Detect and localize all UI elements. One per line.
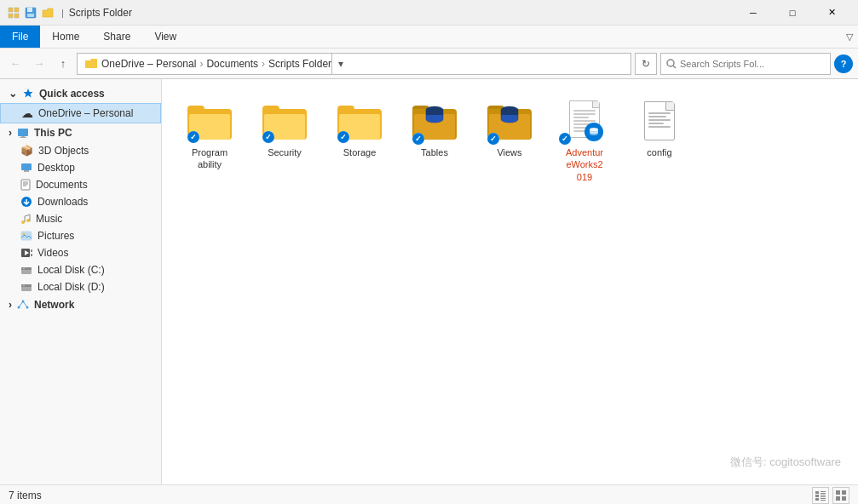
svg-rect-21: [21, 232, 32, 240]
sidebar-item-3d-objects[interactable]: 📦 3D Objects: [0, 142, 161, 159]
breadcrumb-part-3[interactable]: Scripts Folder: [268, 58, 331, 70]
this-pc-label: This PC: [34, 127, 72, 139]
svg-rect-48: [821, 496, 826, 497]
back-button[interactable]: ←: [5, 54, 26, 74]
qat-icon-1[interactable]: [7, 6, 20, 20]
breadcrumb: OneDrive – Personal › Documents › Script…: [101, 58, 331, 70]
desktop-icon: [20, 163, 32, 173]
file-item-config[interactable]: config: [625, 93, 694, 187]
3d-objects-icon: 📦: [20, 145, 33, 157]
file-label-tables: Tables: [421, 146, 448, 158]
sidebar-item-desktop[interactable]: Desktop: [0, 159, 161, 176]
svg-rect-47: [821, 495, 826, 495]
svg-point-41: [501, 116, 518, 123]
pictures-icon: [20, 231, 32, 241]
svg-rect-12: [21, 163, 32, 170]
folder-icon-programmability: ✓: [186, 97, 233, 145]
svg-rect-25: [31, 249, 32, 252]
svg-rect-54: [836, 496, 840, 501]
content-area: ✓ Programability ✓ Security: [162, 79, 858, 484]
disk-c-icon: [20, 265, 32, 275]
sidebar-item-onedrive[interactable]: ☁ OneDrive – Personal: [0, 103, 161, 123]
chevron-right-icon: ›: [9, 127, 12, 139]
svg-rect-14: [21, 180, 30, 190]
file-item-adventureworks[interactable]: ✓ AdventureWorks2019: [550, 93, 619, 187]
ribbon-expand-button[interactable]: ▽: [841, 26, 858, 48]
address-dropdown-button[interactable]: ▾: [331, 53, 348, 75]
addressbar: ← → ↑ OneDrive – Personal › Documents › …: [0, 49, 858, 79]
search-box[interactable]: [660, 53, 831, 75]
svg-rect-55: [842, 496, 846, 501]
svg-rect-6: [27, 14, 34, 17]
file-label-security: Security: [268, 146, 302, 158]
folder-icon-security: ✓: [261, 97, 308, 145]
check-badge-views: ✓: [487, 133, 499, 145]
maximize-button[interactable]: □: [773, 0, 812, 26]
sidebar-item-music[interactable]: Music: [0, 210, 161, 227]
svg-rect-9: [18, 129, 28, 136]
refresh-button[interactable]: ↻: [635, 53, 657, 75]
sidebar-this-pc[interactable]: › This PC: [0, 123, 161, 142]
file-label-config: config: [647, 146, 671, 158]
help-button[interactable]: ?: [834, 54, 853, 73]
file-label-views: Views: [497, 146, 521, 158]
svg-point-7: [667, 60, 674, 66]
search-input[interactable]: [680, 59, 825, 69]
cloud-icon: ☁: [21, 106, 33, 120]
folder-icon-storage: ✓: [336, 97, 383, 145]
db-overlay-icon: [423, 104, 446, 128]
titlebar: | Scripts Folder ─ □ ✕: [0, 0, 858, 26]
details-view-button[interactable]: [812, 487, 829, 504]
svg-rect-43: [815, 491, 819, 494]
sidebar-network[interactable]: › Network: [0, 295, 161, 314]
sidebar-item-downloads[interactable]: Downloads: [0, 193, 161, 210]
breadcrumb-part-2[interactable]: Documents: [206, 58, 258, 70]
chevron-right-icon-2: ›: [9, 299, 12, 311]
check-badge-storage: ✓: [337, 131, 349, 143]
tab-home[interactable]: Home: [40, 26, 91, 48]
sidebar-item-local-c[interactable]: Local Disk (C:): [0, 261, 161, 278]
statusbar: 7 items: [0, 484, 858, 504]
search-icon: [666, 59, 677, 69]
svg-rect-13: [24, 170, 29, 172]
sidebar-item-documents[interactable]: Documents: [0, 176, 161, 193]
computer-icon: [17, 127, 29, 139]
ribbon: File Home Share View ▽: [0, 26, 858, 49]
sidebar-item-local-d[interactable]: Local Disk (D:): [0, 278, 161, 295]
minimize-button[interactable]: ─: [734, 0, 773, 26]
file-item-tables[interactable]: ✓ Tables: [400, 93, 469, 187]
videos-label: Videos: [37, 247, 68, 259]
sidebar-item-pictures[interactable]: Pictures: [0, 227, 161, 244]
close-button[interactable]: ✕: [812, 0, 851, 26]
tab-file[interactable]: File: [0, 26, 40, 48]
disk-d-icon: [20, 282, 32, 292]
svg-point-32: [23, 285, 25, 287]
large-icons-view-button[interactable]: [832, 487, 849, 504]
file-item-views[interactable]: ✓ Views: [475, 93, 544, 187]
file-item-programmability[interactable]: ✓ Programability: [176, 93, 244, 187]
svg-rect-44: [821, 491, 826, 492]
breadcrumb-part-1[interactable]: OneDrive – Personal: [101, 58, 196, 70]
svg-point-20: [26, 219, 30, 222]
file-icon-config: [636, 97, 683, 145]
file-item-storage[interactable]: ✓ Storage: [325, 93, 394, 187]
up-button[interactable]: ↑: [53, 54, 73, 74]
tab-view[interactable]: View: [142, 26, 188, 48]
sidebar-item-videos[interactable]: Videos: [0, 244, 161, 261]
documents-label: Documents: [36, 179, 88, 191]
svg-rect-26: [31, 254, 32, 256]
svg-rect-28: [21, 267, 32, 270]
qat-folder-icon[interactable]: [41, 6, 55, 20]
check-badge-adventureworks: ✓: [559, 133, 571, 145]
downloads-icon: [20, 196, 32, 208]
tab-share[interactable]: Share: [91, 26, 142, 48]
address-box[interactable]: OneDrive – Personal › Documents › Script…: [77, 53, 631, 75]
qat-save-icon[interactable]: [24, 6, 37, 20]
file-item-security[interactable]: ✓ Security: [250, 93, 319, 187]
svg-rect-5: [27, 8, 32, 12]
sidebar-quick-access[interactable]: ⌄ Quick access: [0, 84, 161, 103]
forward-button[interactable]: →: [29, 54, 49, 74]
network-label: Network: [34, 299, 74, 311]
svg-rect-0: [9, 8, 13, 12]
file-label-adventureworks: AdventureWorks2019: [566, 146, 603, 183]
